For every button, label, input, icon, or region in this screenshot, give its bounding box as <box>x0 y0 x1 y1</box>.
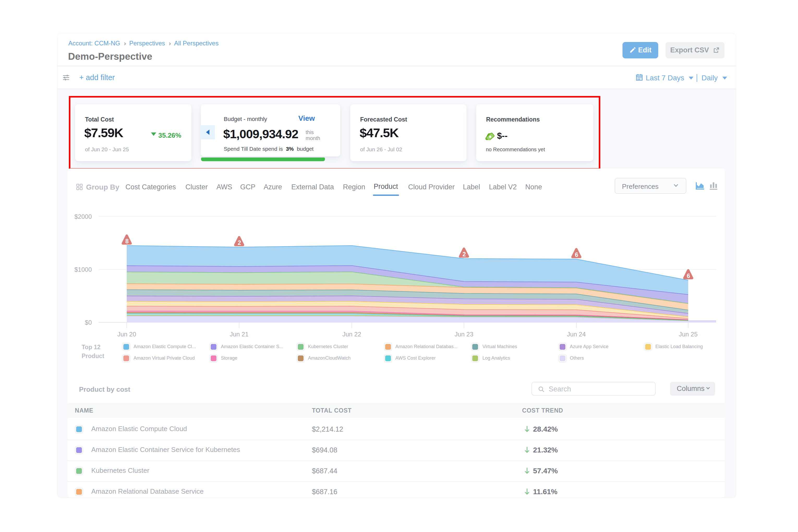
svg-text:Jun 20: Jun 20 <box>117 331 136 338</box>
svg-text:$2000: $2000 <box>74 213 92 220</box>
svg-text:Jun 25: Jun 25 <box>679 331 698 338</box>
svg-text:$0: $0 <box>85 319 92 326</box>
svg-text:$1000: $1000 <box>74 266 92 273</box>
svg-text:6: 6 <box>575 251 578 258</box>
svg-text:2: 2 <box>238 240 241 246</box>
svg-text:8: 8 <box>126 238 129 245</box>
svg-text:Jun 24: Jun 24 <box>567 331 586 338</box>
svg-text:Jun 23: Jun 23 <box>455 331 473 338</box>
svg-text:Jun 21: Jun 21 <box>230 331 249 338</box>
svg-text:6: 6 <box>687 272 690 279</box>
svg-text:Jun 22: Jun 22 <box>342 331 361 338</box>
svg-text:2: 2 <box>463 251 466 258</box>
